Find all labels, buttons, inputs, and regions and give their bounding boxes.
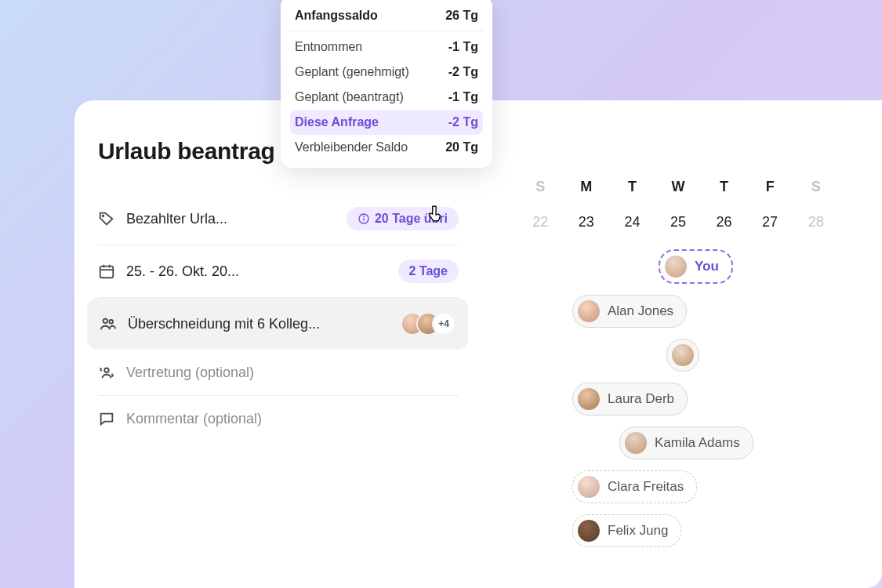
person-pill[interactable] — [666, 339, 699, 372]
person-pill[interactable]: Laura Derb — [572, 383, 688, 416]
pointer-cursor-icon — [425, 204, 445, 224]
avatar — [665, 256, 687, 278]
weekday: T — [701, 179, 747, 195]
svg-point-3 — [364, 216, 365, 217]
person-name: Alan Jones — [608, 303, 673, 319]
tooltip-value: 20 Tg — [445, 140, 478, 154]
svg-point-0 — [103, 215, 104, 216]
tooltip-row: Anfangssaldo 26 Tg — [290, 3, 483, 31]
person-name: Kamila Adams — [655, 435, 740, 451]
overlap-label: Überschneidung mit 6 Kolleg... — [128, 316, 390, 332]
svg-point-8 — [103, 319, 108, 324]
person-pill[interactable]: Alan Jones — [572, 295, 687, 328]
comment-row[interactable]: Kommentar (optional) — [98, 396, 459, 441]
avatar — [625, 432, 647, 454]
tooltip-label: Geplant (beantragt) — [295, 90, 404, 104]
svg-point-9 — [109, 320, 113, 324]
person-name: You — [695, 259, 719, 274]
tooltip-value: -1 Tg — [448, 90, 478, 104]
date-range-label: 25. - 26. Okt. 20... — [126, 263, 387, 280]
avatar — [672, 344, 694, 366]
calendar-icon — [98, 263, 115, 280]
tooltip-row: Entnommen -1 Tg — [290, 34, 483, 60]
tooltip-row: Verbleibender Saldo 20 Tg — [290, 135, 483, 160]
comment-icon — [98, 410, 115, 427]
date-row: 22 23 24 25 26 27 28 — [517, 214, 839, 230]
people-icon — [100, 315, 117, 332]
tooltip-row: Geplant (genehmigt) -2 Tg — [290, 60, 483, 85]
weekday: T — [609, 179, 655, 195]
tooltip-label: Anfangssaldo — [295, 9, 378, 23]
avatar — [578, 476, 600, 498]
person-pill[interactable]: Kamila Adams — [619, 426, 753, 459]
person-you[interactable]: You — [659, 249, 733, 284]
weekday: F — [747, 179, 793, 195]
svg-point-10 — [104, 368, 109, 373]
date-cell[interactable]: 23 — [564, 214, 610, 230]
person-name: Laura Derb — [608, 391, 674, 407]
tooltip-row-highlight: Diese Anfrage -2 Tg — [290, 110, 483, 135]
weekday: M — [564, 179, 610, 195]
comment-label: Kommentar (optional) — [126, 411, 459, 427]
tooltip-label: Entnommen — [295, 40, 362, 54]
tooltip-label: Geplant (genehmigt) — [295, 65, 409, 79]
balance-tooltip: Anfangssaldo 26 Tg Entnommen -1 Tg Gepla… — [281, 0, 492, 168]
duration-badge: 2 Tage — [398, 260, 459, 283]
weekday: W — [655, 179, 702, 195]
person-name: Clara Freitas — [608, 479, 684, 495]
date-cell[interactable]: 25 — [655, 214, 702, 230]
avatar — [578, 300, 600, 322]
date-cell[interactable]: 28 — [793, 214, 839, 230]
tooltip-value: 26 Tg — [445, 9, 478, 23]
tag-icon — [98, 210, 115, 227]
date-cell[interactable]: 26 — [701, 214, 747, 230]
people-overlap-list: You Alan Jones Laura Derb Kamila Adams C… — [517, 249, 839, 547]
svg-rect-4 — [100, 267, 114, 278]
date-cell[interactable]: 27 — [747, 214, 793, 230]
overlap-row[interactable]: Überschneidung mit 6 Kolleg... +4 — [87, 298, 468, 350]
person-name: Felix Jung — [608, 523, 668, 539]
calendar-panel: S M T W T F S 22 23 24 25 26 27 28 You A… — [517, 179, 839, 547]
overlap-avatars: +4 — [401, 312, 456, 336]
date-range-row[interactable]: 25. - 26. Okt. 20... 2 Tage — [98, 245, 459, 298]
weekday: S — [517, 179, 564, 195]
leave-type-label: Bezahlter Urla... — [126, 211, 336, 227]
tooltip-label: Diese Anfrage — [295, 115, 379, 129]
substitute-label: Vertretung (optional) — [126, 365, 459, 381]
avatar — [578, 520, 600, 542]
tooltip-label: Verbleibender Saldo — [295, 140, 408, 154]
substitute-row[interactable]: Vertretung (optional) — [98, 350, 459, 396]
avatar-more-count: +4 — [432, 312, 456, 336]
tooltip-value: -2 Tg — [448, 115, 478, 129]
person-pill-pending[interactable]: Clara Freitas — [572, 470, 697, 503]
date-cell[interactable]: 22 — [517, 214, 564, 230]
weekday-header: S M T W T F S — [517, 179, 839, 195]
leave-type-row[interactable]: Bezahlter Urla... 20 Tage übri — [98, 193, 459, 245]
tooltip-value: -1 Tg — [448, 40, 478, 54]
tooltip-value: -2 Tg — [448, 65, 478, 79]
person-pill-pending[interactable]: Felix Jung — [572, 514, 681, 547]
weekday: S — [793, 179, 839, 195]
substitute-icon — [98, 364, 115, 381]
date-cell[interactable]: 24 — [609, 214, 655, 230]
form-area: Bezahlter Urla... 20 Tage übri 25. - 26.… — [98, 193, 459, 441]
avatar — [578, 388, 600, 410]
info-icon — [358, 212, 370, 225]
tooltip-row: Geplant (beantragt) -1 Tg — [290, 85, 483, 110]
